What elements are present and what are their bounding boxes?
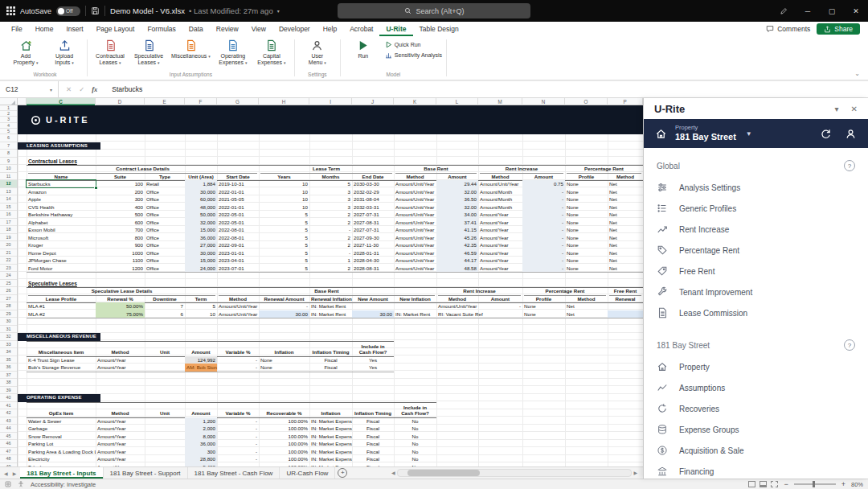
cell[interactable]: 29.44 — [436, 180, 478, 188]
ribbon-tab-view[interactable]: View — [245, 22, 272, 36]
table-header-cell[interactable]: Include in Cash Flow? — [394, 402, 436, 417]
cell[interactable]: - — [217, 364, 259, 372]
cell[interactable]: 5 — [259, 234, 309, 242]
cell[interactable]: Net — [608, 180, 643, 188]
table-header-cell[interactable]: Lease Profile — [27, 295, 96, 303]
cell[interactable]: Net — [608, 226, 643, 234]
cell[interactable]: Water & Sewer — [27, 417, 96, 425]
table-header-cell[interactable]: End Date — [352, 173, 394, 181]
ribbon-tab-insert[interactable]: Insert — [59, 22, 89, 36]
formula-bar-value[interactable]: Starbucks — [104, 81, 142, 97]
cell[interactable]: - — [217, 425, 259, 433]
column-group-header[interactable]: Base Rent — [217, 287, 436, 295]
panel-item-acquisition-sale[interactable]: Acquisition & Sale — [644, 440, 868, 461]
table-header-cell[interactable]: Years — [259, 173, 309, 181]
cell[interactable]: 200 — [96, 188, 145, 196]
cell[interactable]: - — [522, 211, 565, 219]
cell[interactable]: Office — [145, 203, 185, 212]
cell[interactable]: 100.00% — [259, 433, 309, 441]
row-header[interactable]: 23 — [0, 265, 17, 273]
cell[interactable]: 30.00 — [259, 310, 309, 318]
cell[interactable]: Amount/Year — [478, 249, 522, 257]
cell[interactable]: Office — [145, 265, 185, 273]
capital-expenses-button[interactable]: CapitalExpenses ▾ — [253, 38, 290, 68]
cell[interactable]: 2027-11-30 — [352, 241, 394, 249]
cell[interactable]: Fiscal — [352, 417, 394, 425]
cell[interactable]: Ford Motor — [27, 265, 96, 273]
cell[interactable]: 75.00% — [96, 310, 145, 318]
row-header[interactable]: 6 — [0, 134, 17, 142]
chevron-down-icon[interactable]: ▼ — [746, 130, 752, 138]
scrollbar-thumb[interactable] — [407, 470, 480, 476]
cell[interactable] — [608, 310, 643, 318]
column-group-header[interactable]: Base Rent — [394, 165, 478, 173]
cell[interactable]: 2023-04-01 — [217, 257, 259, 265]
cell[interactable]: 100.00% — [259, 440, 309, 448]
cell[interactable]: 8,000 — [185, 433, 217, 441]
cell[interactable]: 100.00% — [259, 448, 309, 456]
column-group-header[interactable]: Rent Increase — [478, 165, 565, 173]
cell[interactable]: 32.00 — [436, 188, 478, 196]
cell[interactable]: 2 — [309, 219, 352, 227]
cell[interactable]: Amount/Unit/Year — [394, 203, 436, 212]
cell[interactable]: Office — [145, 249, 185, 257]
cell[interactable]: 28,800 — [185, 455, 217, 463]
panel-item-financing[interactable]: Financing — [644, 461, 868, 482]
table-header-cell[interactable]: Miscellaneous Item — [27, 348, 96, 356]
cell[interactable]: 2031-08-04 — [352, 195, 394, 203]
cell[interactable]: 1,200 — [185, 417, 217, 425]
cell[interactable]: None — [565, 180, 608, 188]
cell[interactable]: Amount/Year — [96, 417, 145, 425]
cell[interactable]: 50,000 — [185, 211, 217, 219]
refresh-icon[interactable] — [820, 128, 832, 140]
panel-item-lease-commission[interactable]: Lease Commission — [644, 302, 868, 323]
column-group-header[interactable]: Rent Increase — [436, 287, 522, 295]
table-header-cell[interactable]: Unit — [145, 409, 185, 417]
cell[interactable]: Amount/Unit/Year — [394, 188, 436, 196]
table-header-cell[interactable]: Variable % — [217, 409, 259, 417]
name-box[interactable]: C12 ▾ — [0, 81, 59, 97]
row-header[interactable]: 9 — [0, 158, 17, 166]
cell[interactable]: Amount/Year — [96, 356, 145, 364]
sheet-tab-181-bay-street-inputs[interactable]: 181 Bay Street - Inputs — [20, 467, 103, 479]
row-header[interactable]: 45 — [0, 433, 17, 441]
cell[interactable]: 800 — [96, 234, 145, 242]
cell[interactable]: Amount/Unit/Year — [394, 257, 436, 265]
row-header[interactable]: 22 — [0, 257, 17, 265]
table-header-cell[interactable]: Renewal % — [96, 295, 145, 303]
sensitivity-analysis-button[interactable]: Sensitivity Analysis — [385, 51, 442, 59]
row-header[interactable]: 43 — [0, 417, 17, 425]
cell[interactable]: Amount/Year — [478, 241, 522, 249]
cell[interactable]: Amount/Unit/Year — [478, 180, 522, 188]
cell[interactable]: Yes — [352, 364, 394, 372]
column-header[interactable] — [18, 98, 27, 105]
upload-inputs-button[interactable]: UploadInputs ▾ — [46, 38, 83, 68]
ribbon-tab-table-design[interactable]: Table Design — [413, 22, 465, 36]
cell[interactable]: Alphabet — [27, 219, 96, 227]
cell[interactable]: Parking Lot — [27, 440, 96, 448]
cell[interactable]: Net — [608, 203, 643, 212]
cell[interactable]: No — [394, 425, 436, 433]
cell[interactable]: 900 — [96, 241, 145, 249]
column-header[interactable]: L — [436, 98, 478, 105]
cell[interactable]: Net — [608, 234, 643, 242]
accessibility-status[interactable]: Accessibility: Investigate — [31, 481, 96, 488]
table-header-cell[interactable]: Recoverable % — [259, 409, 309, 417]
cell[interactable]: None — [565, 188, 608, 196]
table-header-cell[interactable]: Method — [96, 409, 145, 417]
table-header-cell[interactable]: Amount — [436, 173, 478, 181]
cell[interactable]: 600 — [96, 219, 145, 227]
table-header-cell[interactable]: Inflation — [259, 348, 309, 356]
cell[interactable]: None — [565, 234, 608, 242]
cell[interactable]: CVS Health — [27, 203, 96, 212]
maximize-button[interactable]: ▢ — [820, 0, 844, 22]
cell[interactable]: - — [522, 257, 565, 265]
table-header-cell[interactable]: Type — [145, 173, 185, 181]
cell[interactable]: Office — [145, 219, 185, 227]
cell[interactable]: 2022-08-01 — [217, 234, 259, 242]
column-header[interactable]: P — [608, 98, 643, 105]
cell[interactable]: Amount/Year — [96, 425, 145, 433]
cell[interactable]: 3 — [309, 188, 352, 196]
cell[interactable]: - — [309, 249, 352, 257]
cell[interactable]: 1 — [309, 257, 352, 265]
